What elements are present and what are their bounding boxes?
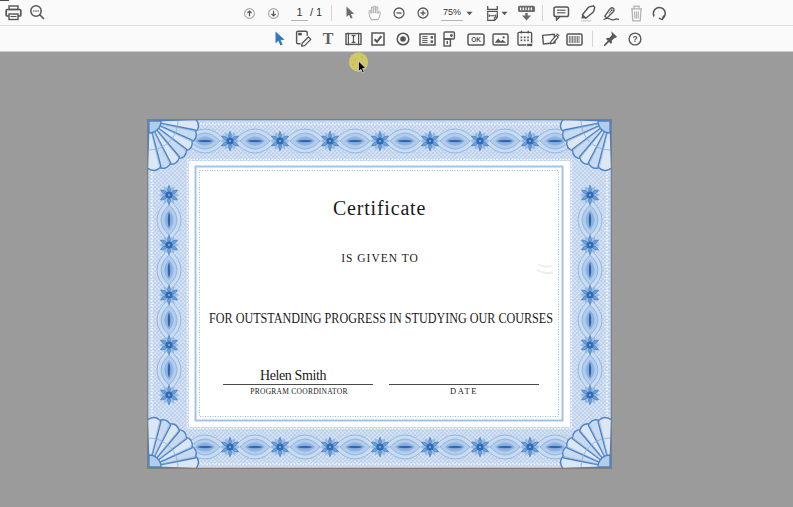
svg-text:OK: OK	[471, 36, 481, 43]
svg-text:?: ?	[632, 34, 637, 44]
